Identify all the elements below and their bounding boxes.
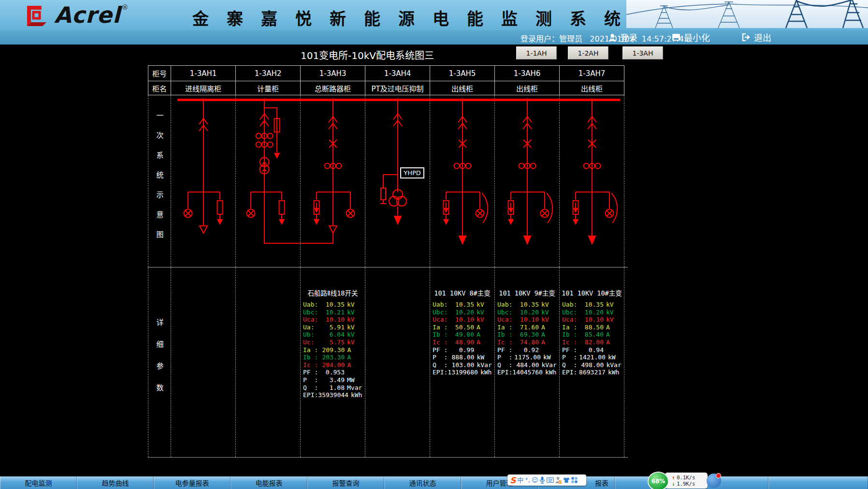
diagram-cell-2 bbox=[235, 95, 301, 267]
tab-1-3AH[interactable]: 1-3AH bbox=[622, 46, 663, 59]
keyboard-icon[interactable] bbox=[547, 477, 554, 483]
minimize-button[interactable]: 最小化 bbox=[672, 31, 710, 44]
nav-button-label: 报表 bbox=[595, 478, 608, 488]
param-row: Ubc:10.21kV bbox=[301, 309, 365, 316]
param-row: PF :0.99 bbox=[430, 346, 494, 354]
network-speed-panel[interactable]: ↑0.1K/s ↓1.9K/s bbox=[665, 473, 708, 489]
sogou-logo-icon[interactable]: S bbox=[510, 477, 516, 484]
assistant-float-ball[interactable] bbox=[707, 474, 721, 488]
param-row: Ic :74.80A bbox=[495, 339, 559, 346]
param-row: Ia :88.50A bbox=[560, 324, 624, 331]
user-badge-icon[interactable]: 15 bbox=[555, 476, 562, 484]
params-row-label-cell: 详细参数 bbox=[148, 267, 171, 457]
param-row: Uab:10.35kV bbox=[495, 301, 559, 309]
nav-button-6[interactable]: 通讯状态 bbox=[384, 476, 461, 489]
nav-button-2[interactable]: 趋势曲线 bbox=[77, 476, 154, 489]
input-mode-icon[interactable]: 中 bbox=[517, 477, 523, 484]
diagram-cell-1 bbox=[171, 95, 236, 267]
cabinet-id: 1-3AH5 bbox=[430, 65, 495, 81]
diagram-cell-5 bbox=[430, 95, 495, 267]
params-cell-1 bbox=[171, 267, 236, 457]
param-row: Ubc:10.20kV bbox=[560, 309, 624, 316]
login-user-label: 登录用户： bbox=[521, 34, 559, 44]
params-cell-5: 101 10KV 8#主变Uab:10.35kVUbc:10.20kVUca:1… bbox=[430, 267, 495, 457]
memory-usage-ball[interactable]: 68% bbox=[648, 472, 669, 489]
cabinet-name: PT及过电压抑制 bbox=[365, 81, 430, 95]
params-row: 详细参数 石船路Ⅱ线18开关Uab:10.35kVUbc:10.21kVUca:… bbox=[148, 267, 628, 458]
diagram-cell-3 bbox=[300, 95, 365, 267]
param-row: Uc:5.75kV bbox=[301, 339, 365, 346]
ime-toolbar: S 中 °, ☺ 15 bbox=[507, 474, 586, 486]
params-cell-7: 101 10KV 10#主变Uab:10.35kVUbc:10.20kVUca:… bbox=[559, 267, 624, 457]
param-row: Uab:10.35kV bbox=[430, 301, 494, 309]
cabinet-id: 1-3AH2 bbox=[235, 65, 301, 81]
param-row: EPI:35939044kWh bbox=[301, 391, 365, 399]
login-strip: 登录用户：管理员 2021/01/07 14:57:27.4 登录 最小化 退出 bbox=[0, 30, 868, 44]
nav-button-label: 电能报表 bbox=[256, 478, 283, 488]
nav-button-11 bbox=[768, 476, 868, 489]
param-row: Uab:10.35kV bbox=[301, 301, 365, 309]
param-row: Uca:10.10kV bbox=[301, 316, 365, 324]
param-row: P :3.49MW bbox=[301, 376, 365, 384]
toolbox-grid-icon[interactable] bbox=[571, 477, 578, 483]
microphone-icon[interactable] bbox=[539, 476, 545, 484]
app-header: Acrel ® bbox=[0, 0, 868, 30]
page-title: 101变电所-10kV配电系统图三 bbox=[203, 48, 532, 62]
param-row: Ic :204.00A bbox=[301, 361, 365, 369]
tab-1-1AH[interactable]: 1-1AH bbox=[516, 46, 557, 59]
param-row: Ic :82.00A bbox=[560, 339, 624, 346]
download-arrow-icon: ↓ bbox=[672, 481, 675, 487]
param-row: Q :484.00kVar bbox=[495, 361, 559, 369]
login-button[interactable]: 登录 bbox=[608, 31, 637, 44]
param-row: Ic :48.90A bbox=[430, 339, 494, 346]
exit-icon bbox=[742, 33, 751, 41]
upload-speed: ↑0.1K/s bbox=[672, 474, 708, 481]
param-row: Ib :85.40A bbox=[560, 331, 624, 339]
tab-1-2AH[interactable]: 1-2AH bbox=[568, 46, 608, 59]
cabinet-name: 总断路器柜 bbox=[300, 81, 365, 95]
system-table: 柜号 1-3AH1 1-3AH2 1-3AH3 1-3AH4 1-3AH5 1-… bbox=[148, 65, 628, 458]
system-title: 金寨嘉悦新能源电能监测系统 bbox=[192, 6, 638, 30]
registered-mark: ® bbox=[122, 3, 129, 12]
emoji-icon[interactable]: ☺ bbox=[532, 477, 538, 484]
nav-button-1[interactable]: 配电监测 bbox=[0, 476, 77, 489]
bottom-nav: 配电监测趋势曲线电参量报表电能报表报警查询通讯状态用户管理报表 bbox=[0, 476, 868, 489]
param-row: Uca:10.10kV bbox=[560, 316, 624, 324]
nav-button-3[interactable]: 电参量报表 bbox=[154, 476, 231, 489]
panel-title: 101 10KV 10#主变 bbox=[560, 288, 624, 297]
cabinet-name: 计量柜 bbox=[235, 81, 301, 95]
main-busbar bbox=[177, 99, 620, 101]
cabinet-name: 进线隔离柜 bbox=[171, 81, 236, 95]
cabinet-id: 1-3AH4 bbox=[365, 65, 430, 81]
exit-button[interactable]: 退出 bbox=[742, 31, 771, 44]
skin-shirt-icon[interactable] bbox=[563, 477, 570, 483]
param-row: Q :498.00kVar bbox=[560, 361, 624, 369]
nav-button-label: 通讯状态 bbox=[409, 478, 436, 488]
diagram-row: 一次系统示意图 bbox=[148, 95, 628, 267]
punctuation-icon[interactable]: °, bbox=[525, 477, 530, 484]
params-cell-2 bbox=[235, 267, 301, 457]
diagram-cell-4: YHPD bbox=[365, 95, 430, 267]
param-row: Ubc:10.20kV bbox=[495, 309, 559, 316]
param-row: EPI:13199680kWh bbox=[430, 369, 494, 376]
panel-title: 101 10KV 9#主变 bbox=[495, 288, 559, 297]
param-row: Ia :50.50A bbox=[430, 324, 494, 331]
param-row: Ib :69.30A bbox=[495, 331, 559, 339]
brand-text: Acrel bbox=[54, 3, 121, 27]
scada-screen: Acrel ® bbox=[0, 0, 868, 489]
param-row: Ua:5.91kV bbox=[301, 324, 365, 331]
cabinet-name: 出线柜 bbox=[559, 81, 624, 95]
diagram-cell-6 bbox=[494, 95, 560, 267]
nav-button-label: 趋势曲线 bbox=[102, 478, 129, 488]
yhpd-label: YHPD bbox=[403, 169, 421, 177]
nav-button-4[interactable]: 电能报表 bbox=[231, 476, 307, 489]
panel-title: 石船路Ⅱ线18开关 bbox=[301, 288, 365, 297]
cabinet-id: 1-3AH3 bbox=[300, 65, 365, 81]
cabinet-id-row: 柜号 1-3AH1 1-3AH2 1-3AH3 1-3AH4 1-3AH5 1-… bbox=[148, 65, 628, 81]
param-row: Ub:6.04kV bbox=[301, 331, 365, 339]
param-row: Ubc:10.20kV bbox=[430, 309, 494, 316]
nav-button-5[interactable]: 报警查询 bbox=[307, 476, 384, 489]
params-cell-4 bbox=[365, 267, 430, 457]
cabinet-id: 1-3AH1 bbox=[171, 65, 236, 81]
panel-title: 101 10KV 8#主变 bbox=[430, 288, 494, 297]
